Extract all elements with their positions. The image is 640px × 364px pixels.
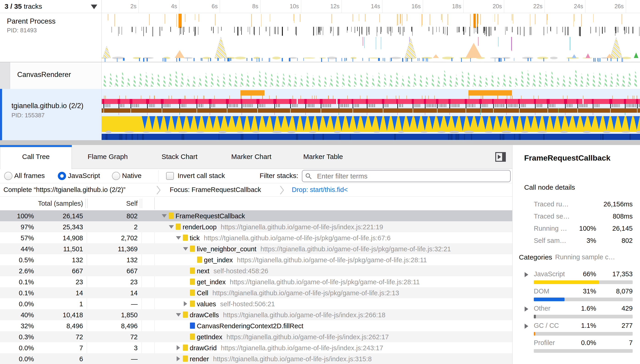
- table-row[interactable]: 32%8,4968,496CanvasRenderingContext2D.fi…: [0, 320, 512, 331]
- tree-node[interactable]: drawCellshttps://tgianella.github.io/gam…: [158, 309, 512, 320]
- invert-call-stack-checkbox[interactable]: [166, 172, 174, 180]
- column-resize-handle[interactable]: [140, 199, 140, 208]
- column-header-self[interactable]: Self: [87, 200, 138, 207]
- category-label: Other: [534, 305, 551, 312]
- track-canvas-canvasrenderer[interactable]: [102, 62, 640, 89]
- marker-tick: [417, 104, 417, 107]
- track-selector-dropdown[interactable]: 3 / 35 tracks: [0, 0, 102, 13]
- breadcrumb-item[interactable]: Complete “https://tgianella.github.io (2…: [4, 186, 125, 194]
- radio-button[interactable]: [58, 172, 66, 180]
- table-row[interactable]: 0.0%1—valuesself-hosted:506:21: [0, 298, 512, 309]
- radio-button[interactable]: [4, 172, 12, 180]
- marker-tick: [236, 104, 236, 107]
- tab-marker-table[interactable]: Marker Table: [287, 145, 359, 169]
- table-row[interactable]: 57%14,9082,702tickhttps://tgianella.gith…: [0, 232, 512, 243]
- column-resize-handle[interactable]: [142, 199, 142, 208]
- marker-tick: [130, 104, 131, 108]
- breadcrumb-item[interactable]: Drop: start/this.fid<: [292, 186, 348, 194]
- tree-node[interactable]: nextself-hosted:458:26: [158, 265, 512, 276]
- table-row[interactable]: 0.1%2323get_indexhttps://tgianella.githu…: [0, 276, 512, 287]
- track-label-tgianella[interactable]: tgianella.github.io (2/2) PID: 155387: [0, 89, 102, 140]
- marker-tick: [358, 104, 358, 107]
- tree-node[interactable]: FrameRequestCallback: [158, 210, 512, 221]
- marker-tick: [426, 58, 427, 61]
- column-header-total[interactable]: Total (samples): [0, 200, 83, 207]
- selected-track-indicator: [0, 89, 2, 140]
- track-graph: [102, 62, 640, 89]
- expand-icon[interactable]: [175, 353, 182, 364]
- marker-tick: [431, 104, 431, 107]
- marker-tick: [538, 104, 539, 107]
- expand-icon[interactable]: [525, 306, 528, 312]
- expand-icon[interactable]: [182, 298, 189, 309]
- marker-tick: [294, 104, 294, 107]
- column-resize-handle[interactable]: [154, 198, 155, 209]
- tree-node[interactable]: CanvasRenderingContext2D.fillRect: [158, 320, 512, 331]
- table-row[interactable]: 0.5%132132get_indexhttps://tgianella.git…: [0, 254, 512, 265]
- marker-tick: [345, 104, 345, 107]
- collapse-icon[interactable]: [175, 232, 182, 243]
- tree-node[interactable]: Cellhttps://tgianella.github.io/game-of-…: [158, 287, 512, 298]
- collapse-icon[interactable]: [168, 221, 175, 232]
- tree-node[interactable]: get_indexhttps://tgianella.github.io/gam…: [158, 254, 512, 265]
- marker-tick: [519, 108, 520, 113]
- table-row[interactable]: 2.6%667667nextself-hosted:458:26: [0, 265, 512, 276]
- collapse-icon[interactable]: [182, 243, 189, 254]
- table-row[interactable]: 0.0%6—renderhttps://tgianella.github.io/…: [0, 353, 512, 364]
- marker-tick: [564, 99, 567, 104]
- filter-stacks-input[interactable]: [302, 170, 511, 182]
- jank-marker[interactable]: [240, 90, 265, 96]
- tab-call-tree[interactable]: Call Tree: [0, 145, 72, 169]
- tab-stack-chart[interactable]: Stack Chart: [144, 145, 216, 169]
- tab-marker-chart[interactable]: Marker Chart: [216, 145, 287, 169]
- marker-tick: [396, 99, 398, 104]
- marker-tick: [353, 104, 353, 108]
- table-row[interactable]: 0.3%7272getIndexhttps://tgianella.github…: [0, 331, 512, 342]
- breadcrumb-item[interactable]: Focus: FrameRequestCallback: [170, 186, 261, 194]
- radio-javascript[interactable]: JavaScript: [58, 169, 109, 183]
- expand-icon[interactable]: [525, 324, 528, 329]
- tree-node[interactable]: live_neighbor_counthttps://tgianella.git…: [158, 243, 512, 254]
- marker-tick: [597, 58, 598, 62]
- marker-tick: [346, 104, 347, 107]
- table-row[interactable]: 100%26,145802FrameRequestCallback: [0, 210, 512, 221]
- twisty-triangle: [176, 236, 181, 240]
- marker-tick: [452, 58, 452, 61]
- radio-native[interactable]: Native: [112, 169, 163, 183]
- tree-node[interactable]: valuesself-hosted:506:21: [158, 298, 512, 309]
- jank-marker[interactable]: [468, 90, 512, 96]
- expand-icon[interactable]: [525, 272, 528, 277]
- table-row[interactable]: 40%10,4181,850drawCellshttps://tgianella…: [0, 309, 512, 320]
- track-label-parent-process[interactable]: Parent Process PID: 81493: [0, 13, 102, 62]
- collapse-icon[interactable]: [161, 210, 168, 221]
- track-label-canvasrenderer[interactable]: CanvasRenderer: [10, 62, 102, 89]
- tab-flame-graph[interactable]: Flame Graph: [72, 145, 144, 169]
- marker-tick: [109, 104, 109, 107]
- tree-node[interactable]: tickhttps://tgianella.github.io/game-of-…: [158, 232, 512, 243]
- marker-tick: [139, 58, 140, 61]
- table-row[interactable]: 44%11,50111,369live_neighbor_counthttps:…: [0, 243, 512, 254]
- collapse-icon[interactable]: [175, 309, 182, 320]
- radio-button[interactable]: [112, 172, 120, 180]
- track-canvas-parent-process[interactable]: [102, 13, 640, 62]
- tree-node[interactable]: getIndexhttps://tgianella.github.io/game…: [158, 331, 512, 342]
- tree-node[interactable]: renderLoophttps://tgianella.github.io/ga…: [158, 221, 512, 232]
- timeline-ruler[interactable]: 2s4s6s8s10s12s14s16s18s20s22s24s26s: [102, 0, 640, 13]
- column-resize-handle[interactable]: [87, 199, 87, 208]
- marker-tick: [555, 104, 555, 107]
- sidebar-toggle-button[interactable]: [495, 152, 506, 162]
- marker-tick: [502, 104, 503, 107]
- cell-self-samples: 8,496: [87, 322, 138, 330]
- tree-node[interactable]: drawGridhttps://tgianella.github.io/game…: [158, 342, 512, 353]
- tree-node[interactable]: renderhttps://tgianella.github.io/game-o…: [158, 353, 512, 364]
- tree-node[interactable]: get_indexhttps://tgianella.github.io/gam…: [158, 276, 512, 287]
- radio-all-frames[interactable]: All frames: [4, 169, 56, 183]
- track-canvas-tgianella[interactable]: [102, 89, 640, 140]
- table-row[interactable]: 0.1%1414Cellhttps://tgianella.github.io/…: [0, 287, 512, 298]
- marker-tick: [382, 99, 384, 104]
- table-row[interactable]: 0.0%73drawGridhttps://tgianella.github.i…: [0, 342, 512, 353]
- expand-icon[interactable]: [175, 342, 182, 353]
- column-resize-handle[interactable]: [85, 199, 86, 208]
- table-row[interactable]: 97%25,3432renderLoophttps://tgianella.gi…: [0, 221, 512, 232]
- marker-tick: [514, 104, 514, 107]
